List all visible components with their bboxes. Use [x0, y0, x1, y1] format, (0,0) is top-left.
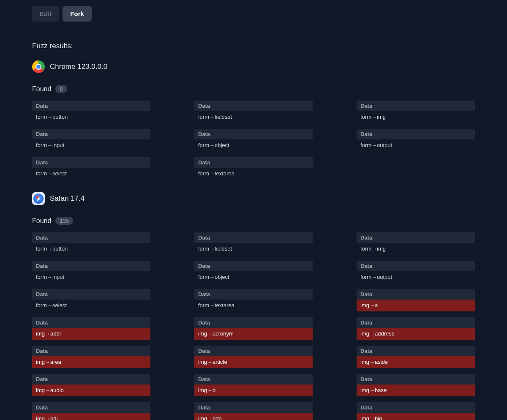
card-header: Data	[32, 232, 150, 243]
card-header: Data	[194, 101, 313, 111]
result-card[interactable]: Dataimg→aside	[357, 346, 475, 368]
result-grid: Dataform→buttonDataform→fieldsetDataform…	[32, 232, 475, 420]
result-card[interactable]: Dataform→object	[194, 129, 313, 151]
card-value: img→bdo	[194, 413, 313, 420]
card-header: Data	[194, 157, 313, 168]
card-header: Data	[357, 232, 475, 243]
card-header: Data	[194, 289, 313, 300]
card-header: Data	[32, 101, 150, 111]
found-row: Found8	[32, 85, 475, 93]
card-header: Data	[357, 289, 475, 300]
result-card[interactable]: Dataform→object	[194, 261, 313, 283]
result-card[interactable]: Dataform→button	[32, 232, 150, 255]
result-card[interactable]: Dataimg→base	[357, 374, 475, 396]
card-value: form→object	[194, 139, 313, 151]
result-card[interactable]: Dataform→select	[32, 157, 150, 180]
result-card[interactable]: Dataform→input	[32, 129, 150, 151]
result-card[interactable]: Dataimg→a	[357, 289, 475, 311]
edit-button[interactable]: Edit	[32, 6, 59, 22]
card-header: Data	[194, 232, 313, 243]
browser-row: Chrome 123.0.0.0	[32, 60, 475, 73]
result-card[interactable]: Dataimg→acronym	[194, 317, 313, 340]
found-row: Found135	[32, 217, 475, 225]
card-header: Data	[357, 346, 475, 356]
result-card[interactable]: Dataform→select	[32, 289, 150, 311]
fork-button[interactable]: Fork	[63, 6, 92, 22]
results-container: Chrome 123.0.0.0Found8Dataform→buttonDat…	[32, 60, 475, 420]
card-value: form→output	[357, 139, 475, 151]
card-value: img→bdi	[32, 413, 150, 420]
result-card[interactable]: Dataimg→big	[357, 402, 475, 420]
card-value: img→b	[194, 385, 313, 396]
card-value: form→input	[32, 139, 150, 151]
result-card[interactable]: Dataform→fieldset	[194, 101, 313, 123]
result-card[interactable]: Dataform→input	[32, 261, 150, 283]
card-value: img→big	[357, 413, 475, 420]
card-value: form→object	[194, 271, 313, 283]
card-header: Data	[194, 317, 313, 328]
section-title: Fuzz results:	[32, 42, 475, 50]
result-card[interactable]: Dataimg→abbr	[32, 317, 150, 340]
result-card[interactable]: Dataimg→area	[32, 346, 150, 368]
card-header: Data	[194, 374, 313, 385]
card-header: Data	[32, 289, 150, 300]
card-value: img→acronym	[194, 328, 313, 340]
card-header: Data	[357, 129, 475, 139]
card-value: form→output	[357, 271, 475, 283]
card-header: Data	[194, 261, 313, 271]
card-header: Data	[357, 317, 475, 328]
card-value: form→img	[357, 111, 475, 123]
count-badge: 135	[55, 217, 73, 225]
browser-name: Chrome 123.0.0.0	[50, 63, 107, 71]
card-value: form→textarea	[194, 300, 313, 311]
card-header: Data	[32, 374, 150, 385]
result-card[interactable]: Dataimg→bdo	[194, 402, 313, 420]
browser-row: Safari 17.4	[32, 192, 475, 205]
card-header: Data	[32, 157, 150, 168]
result-card[interactable]: Dataform→output	[357, 129, 475, 151]
card-header: Data	[32, 129, 150, 139]
card-value: form→fieldset	[194, 243, 313, 255]
card-header: Data	[357, 402, 475, 413]
result-card[interactable]: Dataform→textarea	[194, 289, 313, 311]
card-value: form→fieldset	[194, 111, 313, 123]
toolbar: Edit Fork	[32, 6, 475, 22]
card-value: img→a	[357, 300, 475, 311]
count-badge: 8	[55, 85, 67, 93]
card-value: form→img	[357, 243, 475, 255]
found-label: Found	[32, 217, 51, 225]
result-card[interactable]: Dataimg→bdi	[32, 402, 150, 420]
card-header: Data	[194, 129, 313, 139]
card-header: Data	[194, 346, 313, 356]
safari-icon	[32, 192, 45, 205]
browser-name: Safari 17.4	[50, 194, 84, 203]
card-header: Data	[32, 402, 150, 413]
card-value: form→select	[32, 300, 150, 311]
card-value: img→area	[32, 356, 150, 368]
card-value: form→button	[32, 111, 150, 123]
card-header: Data	[357, 374, 475, 385]
card-value: img→audio	[32, 385, 150, 396]
result-card[interactable]: Dataimg→audio	[32, 374, 150, 396]
card-value: img→address	[357, 328, 475, 340]
result-card[interactable]: Dataform→img	[357, 232, 475, 255]
card-header: Data	[32, 261, 150, 271]
card-value: form→select	[32, 168, 150, 180]
card-value: form→button	[32, 243, 150, 255]
result-card[interactable]: Dataform→output	[357, 261, 475, 283]
result-card[interactable]: Dataform→img	[357, 101, 475, 123]
card-value: img→article	[194, 356, 313, 368]
result-card[interactable]: Dataform→button	[32, 101, 150, 123]
result-card[interactable]: Dataform→fieldset	[194, 232, 313, 255]
card-value: img→aside	[357, 356, 475, 368]
card-value: img→abbr	[32, 328, 150, 340]
card-header: Data	[194, 402, 313, 413]
result-card[interactable]: Dataform→textarea	[194, 157, 313, 180]
result-card[interactable]: Dataimg→b	[194, 374, 313, 396]
result-card[interactable]: Dataimg→address	[357, 317, 475, 340]
chrome-icon	[32, 60, 45, 73]
card-value: form→input	[32, 271, 150, 283]
card-value: form→textarea	[194, 168, 313, 180]
card-header: Data	[32, 317, 150, 328]
result-card[interactable]: Dataimg→article	[194, 346, 313, 368]
